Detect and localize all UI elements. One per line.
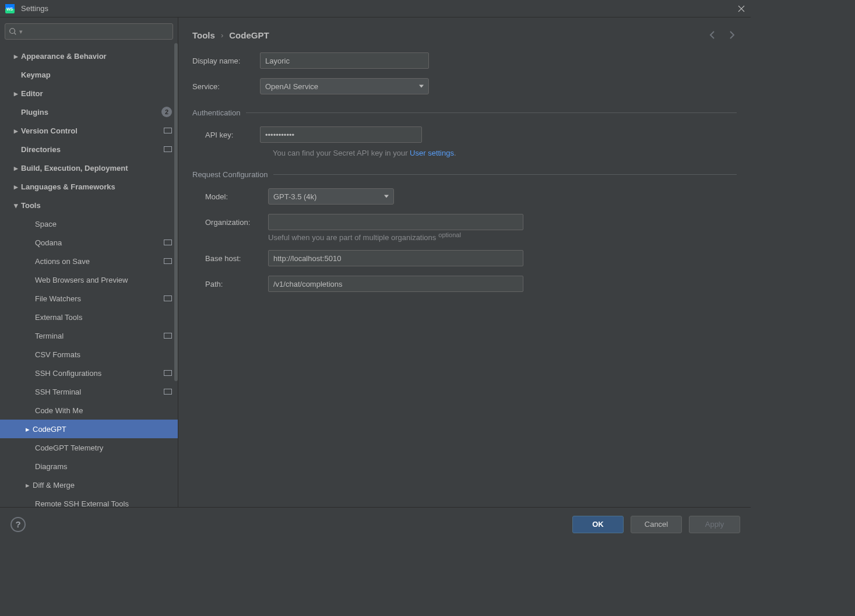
titlebar: WS Settings (0, 0, 751, 17)
sidebar-item-csv-formats[interactable]: CSV Formats (0, 345, 178, 364)
chevron-right-icon: ▸ (23, 425, 31, 434)
base-host-label: Base host: (205, 254, 268, 263)
chevron-down-icon: ▾ (12, 201, 20, 210)
sidebar-item-label: CSV Formats (35, 350, 172, 359)
help-button[interactable]: ? (10, 517, 26, 532)
sidebar-item-languages-frameworks[interactable]: ▸Languages & Frameworks (0, 177, 178, 196)
sidebar-item-label: Space (35, 220, 172, 228)
service-dropdown[interactable]: OpenAI Service (260, 78, 429, 94)
sidebar-item-label: Diagrams (35, 462, 172, 471)
sidebar-item-label: Build, Execution, Deployment (21, 164, 172, 173)
sidebar-item-codegpt[interactable]: ▸CodeGPT (0, 420, 178, 438)
badge: 2 (161, 107, 172, 117)
sidebar-item-codegpt-telemetry[interactable]: CodeGPT Telemetry (0, 438, 178, 457)
sidebar-item-label: Diff & Merge (33, 481, 172, 490)
chevron-right-icon: ▸ (12, 89, 20, 98)
sidebar-item-code-with-me[interactable]: Code With Me (0, 401, 178, 420)
display-name-label: Display name: (192, 57, 260, 65)
service-label: Service: (192, 82, 260, 91)
window-title: Settings (21, 4, 48, 13)
sidebar-item-label: Languages & Frameworks (21, 182, 172, 191)
sidebar-item-label: Plugins (21, 108, 158, 117)
sidebar-item-label: Keymap (21, 71, 172, 79)
organization-label: Organization: (205, 218, 268, 227)
sidebar-item-label: Web Browsers and Preview (35, 276, 172, 284)
model-label: Model: (205, 192, 268, 201)
chevron-right-icon: ▸ (12, 126, 20, 135)
sidebar-item-label: SSH Configurations (35, 369, 160, 378)
sidebar-item-label: Remote SSH External Tools (35, 499, 172, 508)
sidebar-item-file-watchers[interactable]: File Watchers (0, 289, 178, 308)
sidebar: ▾ ▸Appearance & Behavior▸Keymap▸Editor▸P… (0, 17, 178, 507)
organization-hint: Useful when you are part of multiple org… (268, 231, 737, 242)
sidebar-item-space[interactable]: Space (0, 214, 178, 233)
model-value: GPT-3.5 (4k) (273, 192, 316, 201)
sidebar-item-keymap[interactable]: ▸Keymap (0, 65, 178, 84)
organization-input[interactable] (268, 214, 523, 230)
project-scope-icon (164, 370, 172, 376)
chevron-right-icon: ▸ (12, 164, 20, 173)
path-input[interactable] (268, 276, 523, 292)
base-host-input[interactable] (268, 250, 523, 266)
sidebar-item-directories[interactable]: ▸Directories (0, 140, 178, 159)
scrollbar[interactable] (174, 43, 178, 381)
back-icon[interactable] (708, 30, 718, 40)
sidebar-item-diff-merge[interactable]: ▸Diff & Merge (0, 476, 178, 494)
sidebar-item-editor[interactable]: ▸Editor (0, 84, 178, 103)
chevron-right-icon: ▸ (12, 52, 20, 61)
cancel-button[interactable]: Cancel (631, 516, 682, 533)
sidebar-item-ssh-terminal[interactable]: SSH Terminal (0, 382, 178, 401)
sidebar-item-label: Terminal (35, 332, 160, 340)
sidebar-item-web-browsers-and-preview[interactable]: Web Browsers and Preview (0, 270, 178, 289)
sidebar-item-label: Code With Me (35, 406, 172, 415)
forward-icon[interactable] (726, 30, 737, 40)
chevron-right-icon: › (221, 31, 223, 40)
model-dropdown[interactable]: GPT-3.5 (4k) (268, 188, 394, 205)
sidebar-item-label: Version Control (21, 126, 160, 135)
sidebar-item-remote-ssh-external-tools[interactable]: Remote SSH External Tools (0, 494, 178, 507)
sidebar-item-label: External Tools (35, 313, 172, 322)
close-icon[interactable] (737, 4, 746, 13)
sidebar-item-label: Tools (21, 201, 172, 210)
ok-button[interactable]: OK (572, 516, 624, 533)
project-scope-icon (164, 295, 172, 301)
display-name-input[interactable] (260, 52, 429, 69)
project-scope-icon (164, 128, 172, 133)
api-key-hint: You can find your Secret API key in your… (273, 149, 737, 157)
sidebar-item-qodana[interactable]: Qodana (0, 233, 178, 252)
svg-text:WS: WS (6, 7, 13, 11)
footer: ? OK Cancel Apply (0, 507, 751, 541)
main-panel: Tools › CodeGPT Display name: Service: O… (178, 17, 751, 507)
optional-badge: optional (438, 231, 461, 238)
search-input[interactable]: ▾ (5, 23, 173, 40)
sidebar-item-label: Qodana (35, 238, 160, 247)
sidebar-item-diagrams[interactable]: Diagrams (0, 457, 178, 476)
sidebar-item-version-control[interactable]: ▸Version Control (0, 121, 178, 140)
sidebar-item-external-tools[interactable]: External Tools (0, 308, 178, 326)
sidebar-item-appearance-behavior[interactable]: ▸Appearance & Behavior (0, 47, 178, 65)
search-icon (9, 27, 17, 36)
sidebar-item-actions-on-save[interactable]: Actions on Save (0, 252, 178, 270)
apply-button[interactable]: Apply (689, 516, 740, 533)
sidebar-item-label: Actions on Save (35, 257, 160, 266)
api-key-input[interactable] (260, 126, 422, 143)
sidebar-item-plugins[interactable]: ▸Plugins2 (0, 103, 178, 121)
request-section-header: Request Configuration (192, 170, 737, 179)
sidebar-item-build-execution-deployment[interactable]: ▸Build, Execution, Deployment (0, 159, 178, 177)
settings-tree: ▸Appearance & Behavior▸Keymap▸Editor▸Plu… (0, 43, 178, 507)
sidebar-item-terminal[interactable]: Terminal (0, 326, 178, 345)
sidebar-item-ssh-configurations[interactable]: SSH Configurations (0, 364, 178, 382)
sidebar-item-label: Appearance & Behavior (21, 52, 172, 61)
sidebar-item-tools[interactable]: ▾Tools (0, 196, 178, 214)
api-key-label: API key: (205, 131, 260, 139)
service-value: OpenAI Service (265, 82, 318, 91)
chevron-down-icon (419, 85, 424, 88)
sidebar-item-label: File Watchers (35, 294, 160, 303)
user-settings-link[interactable]: User settings (410, 149, 454, 157)
breadcrumb-root[interactable]: Tools (192, 30, 215, 40)
path-label: Path: (205, 280, 268, 288)
breadcrumb-leaf: CodeGPT (229, 30, 269, 40)
sidebar-item-label: CodeGPT Telemetry (35, 443, 172, 452)
project-scope-icon (164, 240, 172, 245)
svg-point-3 (10, 29, 15, 34)
